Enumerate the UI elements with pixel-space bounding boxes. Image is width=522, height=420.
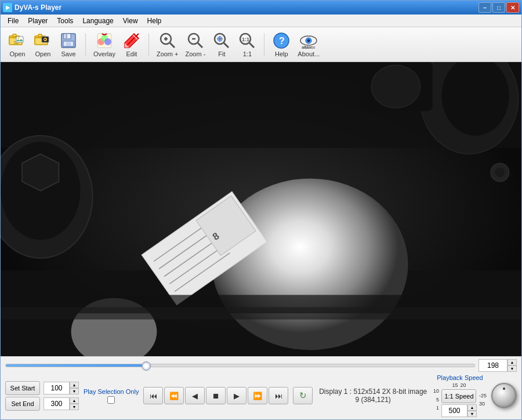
open-video-button[interactable]: Open	[31, 30, 55, 59]
fit-icon	[212, 31, 231, 50]
help-label: Help	[275, 50, 288, 57]
end-value-input: 300 ▲ ▼	[44, 397, 79, 410]
edit-label: Edit	[126, 50, 137, 57]
svg-rect-9	[38, 34, 42, 37]
speed-value-input: 500 ▲ ▼	[441, 404, 477, 417]
toolbar-zoom-group: Zoom + Zoom -	[154, 30, 259, 59]
toolbar-file-group: Open Open	[5, 30, 81, 59]
scrubber-fill	[6, 364, 146, 367]
toolbar-sep-1	[85, 33, 86, 56]
zoom-1-1-button[interactable]: 1:1 1:1	[235, 30, 259, 59]
menu-player[interactable]: Player	[23, 16, 52, 26]
help-icon: ?	[272, 31, 291, 50]
end-spin-down[interactable]: ▼	[70, 404, 79, 410]
zoom-out-label: Zoom -	[186, 50, 206, 57]
start-value-input: 100 ▲ ▼	[44, 382, 79, 394]
menu-language[interactable]: Language	[78, 16, 118, 26]
minimize-button[interactable]: –	[478, 2, 491, 13]
overlay-button[interactable]: Overlay	[90, 30, 118, 59]
window-title: DyVA-s Player	[14, 3, 61, 12]
zoom-1-1-icon: 1:1	[238, 31, 256, 50]
maximize-button[interactable]: □	[492, 2, 505, 13]
speed-value[interactable]: 500	[441, 404, 467, 417]
menu-file[interactable]: File	[3, 16, 23, 26]
to-start-button[interactable]: ⏮	[143, 387, 163, 404]
label-20: 20	[460, 382, 466, 388]
speed-spin-down[interactable]: ▼	[467, 411, 477, 417]
label-15: 15	[452, 382, 458, 388]
play-back-button[interactable]: ◀	[185, 387, 205, 404]
help-button[interactable]: ? Help	[269, 30, 293, 59]
close-button[interactable]: ✕	[506, 2, 519, 13]
end-spin-up[interactable]: ▲	[70, 397, 79, 404]
step-back-button[interactable]: ⏪	[164, 387, 184, 404]
zoom-1-1-label: 1:1	[243, 50, 252, 57]
stop-button[interactable]: ⏹	[206, 387, 226, 404]
step-forward-button[interactable]: ⏩	[248, 387, 267, 404]
scrubber-track[interactable]	[5, 364, 475, 367]
play-selection-label: Play Selection Only	[84, 388, 139, 395]
label-5: 5	[436, 396, 439, 404]
zoom-in-button[interactable]: Zoom +	[154, 30, 182, 59]
set-end-button[interactable]: Set End	[5, 397, 40, 411]
end-spinners: ▲ ▼	[70, 397, 79, 410]
svg-point-21	[104, 38, 111, 45]
open-image-icon	[8, 31, 27, 50]
frame-spin-down[interactable]: ▼	[507, 365, 517, 372]
left-controls: Set Start 100 ▲ ▼ Set End 300 ▲	[5, 381, 79, 411]
to-end-button[interactable]: ⏭	[269, 387, 288, 404]
play-button[interactable]: ▶	[227, 387, 246, 404]
edit-icon	[122, 31, 141, 50]
frame-spin-up[interactable]: ▲	[507, 359, 517, 365]
overlay-label: Overlay	[93, 50, 115, 57]
save-button[interactable]: Save	[56, 30, 81, 59]
speed-controls: 10 5 1 15 20 1:1 Speed 500 ▲	[433, 382, 487, 417]
window-controls: – □ ✕	[478, 2, 519, 13]
menu-bar: File Player Tools Language View Help	[1, 15, 521, 27]
menu-help[interactable]: Help	[143, 16, 166, 26]
status-text: Display 1 : 512x514 2X 8-bit image 9 (38…	[317, 388, 429, 404]
set-start-button[interactable]: Set Start	[5, 381, 40, 395]
svg-text:vision: vision	[302, 45, 313, 49]
open-video-label: Open	[35, 50, 51, 57]
end-value[interactable]: 300	[44, 397, 70, 410]
svg-line-34	[224, 43, 229, 48]
frame-spinners: ▲ ▼	[507, 359, 517, 372]
about-label: About...	[298, 50, 320, 57]
start-spin-up[interactable]: ▲	[70, 382, 79, 388]
knob-indicator	[503, 388, 505, 390]
open-image-button[interactable]: Open	[5, 30, 30, 59]
transport-buttons: ⏮ ⏪ ◀ ⏹ ▶ ⏩ ⏭	[143, 387, 288, 404]
edit-button[interactable]: Edit	[119, 30, 144, 59]
start-value[interactable]: 100	[44, 382, 70, 394]
scrubber-thumb[interactable]	[142, 361, 151, 371]
app-icon: ▶	[3, 3, 12, 12]
label-neg25: -25	[479, 392, 487, 400]
speed-top: 15 20	[452, 382, 466, 388]
menu-tools[interactable]: Tools	[52, 16, 78, 26]
open-video-icon	[34, 31, 52, 50]
svg-point-56	[212, 179, 408, 350]
play-selection-checkbox[interactable]	[107, 396, 115, 404]
svg-rect-67	[1, 307, 521, 320]
about-button[interactable]: alliance vision About...	[295, 30, 322, 59]
svg-text:?: ?	[279, 36, 285, 46]
svg-rect-15	[66, 34, 67, 38]
svg-line-29	[170, 43, 175, 48]
save-label: Save	[61, 50, 75, 57]
fit-button[interactable]: Fit	[209, 30, 234, 59]
about-icon: alliance vision	[299, 31, 318, 50]
toolbar-overlay-group: Overlay Edit	[90, 30, 144, 59]
frame-value[interactable]: 198	[478, 359, 507, 372]
speed-spin-up[interactable]: ▲	[467, 404, 477, 411]
menu-view[interactable]: View	[118, 16, 143, 26]
overlay-icon	[95, 31, 114, 50]
speed-knob[interactable]	[491, 383, 517, 408]
toolbar: Open Open	[1, 27, 521, 62]
zoom-out-icon	[186, 31, 205, 50]
refresh-button[interactable]: ↻	[293, 387, 313, 404]
zoom-out-button[interactable]: Zoom -	[183, 30, 209, 59]
start-spin-down[interactable]: ▼	[70, 388, 79, 394]
zoom-in-label: Zoom +	[157, 50, 179, 57]
speed-1-1-button[interactable]: 1:1 Speed	[441, 389, 476, 403]
